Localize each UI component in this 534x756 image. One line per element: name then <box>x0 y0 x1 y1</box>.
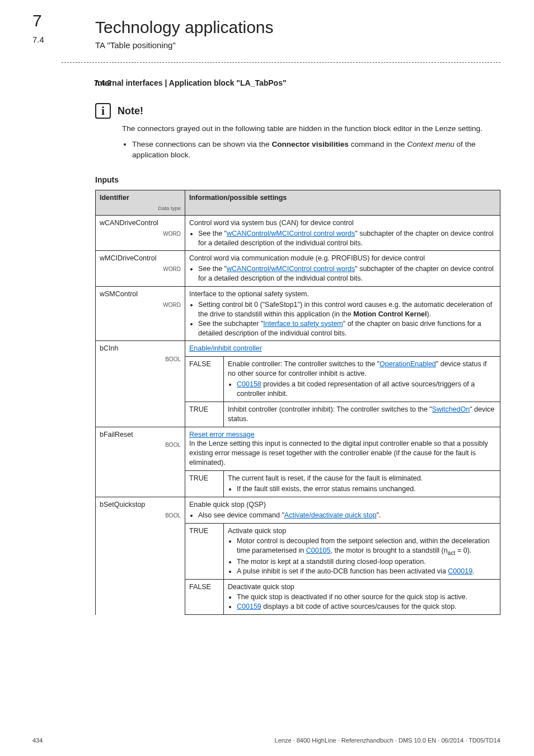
note-text: The connectors grayed out in the followi… <box>122 123 484 134</box>
table-row: wMCIDriveControl WORD Control word via c… <box>96 251 500 287</box>
link-reset-error[interactable]: Reset error message <box>189 431 255 438</box>
th-info: Information/possible settings <box>185 190 500 216</box>
identifier: bSetQuickstop <box>100 501 145 508</box>
link-activate-qsp[interactable]: Activate/deactivate quick stop <box>284 511 377 519</box>
subchapter-number: 7.4 <box>32 35 44 44</box>
identifier: bFailReset <box>100 431 133 438</box>
value-true: TRUE <box>185 523 224 579</box>
inputs-table: Identifier Data type Information/possibl… <box>95 190 500 615</box>
chapter-title: Technology applications <box>95 18 500 37</box>
th-identifier: Identifier Data type <box>96 190 185 216</box>
data-type: WORD <box>100 265 181 273</box>
value-false: FALSE <box>185 579 224 615</box>
identifier: wMCIDriveControl <box>100 254 156 262</box>
note-body: The connectors grayed out in the followi… <box>122 123 484 161</box>
link-wcancontrol[interactable]: wCANControl/wMCIControl control words <box>227 230 355 237</box>
page-number: 434 <box>32 737 43 744</box>
subchapter-title: TA "Table positioning" <box>95 40 500 50</box>
footer-text: Lenze · 8400 HighLine · Referenzhandbuch… <box>275 737 500 744</box>
link-c00159[interactable]: C00159 <box>237 603 261 610</box>
value-false: FALSE <box>185 357 224 402</box>
table-row: wSMControl WORD Interface to the optiona… <box>96 287 500 341</box>
table-header-row: Identifier Data type Information/possibl… <box>96 190 500 216</box>
info-icon: i <box>95 103 111 119</box>
identifier: wCANDriveControl <box>100 219 158 227</box>
data-type: WORD <box>100 230 181 238</box>
table-row: bSetQuickstop BOOL Enable quick stop (QS… <box>96 497 500 523</box>
value-true: TRUE <box>185 471 224 497</box>
link-operationenabled[interactable]: OperationEnabled <box>380 360 436 368</box>
data-type: BOOL <box>100 356 181 363</box>
link-wmcicontrol[interactable]: wCANControl/wMCIControl control words <box>227 265 355 273</box>
page-footer: 434 Lenze · 8400 HighLine · Referenzhand… <box>32 737 500 744</box>
separator-line <box>62 62 500 63</box>
data-type: BOOL <box>100 441 181 449</box>
inputs-heading: Inputs <box>95 175 500 184</box>
identifier: wSMControl <box>100 290 138 298</box>
link-switchedon[interactable]: SwitchedOn <box>432 405 470 413</box>
section-title: Internal interfaces | Application block … <box>95 78 500 87</box>
identifier: bCInh <box>100 344 118 352</box>
chapter-number: 7 <box>32 11 42 30</box>
link-enable-inhibit[interactable]: Enable/inhibit controller <box>189 344 262 352</box>
table-row: bFailReset BOOL Reset error message In t… <box>96 427 500 471</box>
link-c00158[interactable]: C00158 <box>237 380 261 388</box>
value-true: TRUE <box>185 402 224 427</box>
link-c00105[interactable]: C00105 <box>306 547 331 554</box>
table-row: bCInh BOOL Enable/inhibit controller <box>96 341 500 357</box>
link-interface-safety[interactable]: Interface to safety system <box>263 320 343 328</box>
note-bullet: These connections can be shown via the C… <box>132 139 484 161</box>
data-type: BOOL <box>100 512 181 520</box>
link-c00019[interactable]: C00019 <box>448 567 472 575</box>
table-row: wCANDriveControl WORD Control word via s… <box>96 215 500 251</box>
section-number: 7.4.2 <box>94 78 111 87</box>
note-heading: Note! <box>118 105 143 117</box>
data-type: WORD <box>100 301 181 309</box>
